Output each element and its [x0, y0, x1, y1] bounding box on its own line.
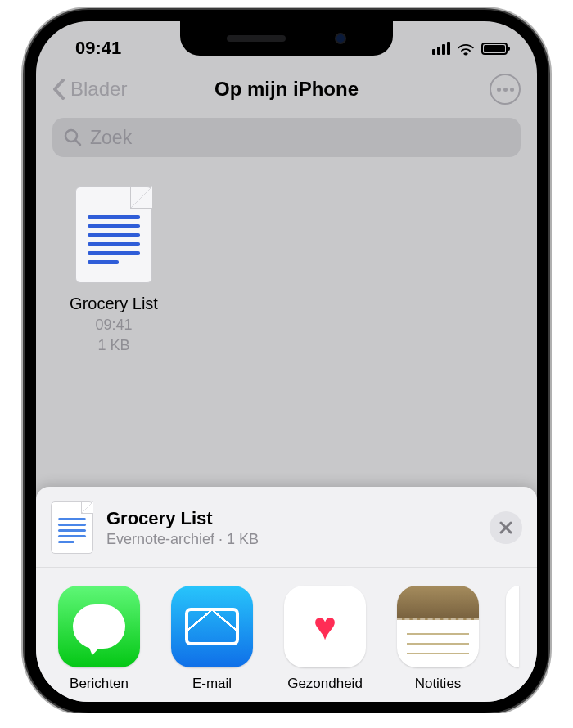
- close-icon: [499, 521, 512, 534]
- close-button[interactable]: [490, 511, 522, 544]
- share-item-title: Grocery List: [106, 508, 476, 529]
- notes-icon: [397, 586, 479, 667]
- share-item-subtitle: Evernote-archief · 1 KB: [106, 531, 476, 548]
- file-size: 1 KB: [61, 337, 167, 354]
- health-icon: ♥: [284, 586, 366, 667]
- file-item[interactable]: Grocery List 09:41 1 KB: [61, 186, 167, 354]
- search-placeholder: Zoek: [90, 127, 132, 149]
- nav-bar: Blader Op mijn iPhone: [36, 65, 537, 113]
- search-field[interactable]: Zoek: [52, 118, 521, 157]
- share-app-health[interactable]: ♥ Gezondheid: [280, 586, 370, 692]
- document-icon: [75, 186, 152, 283]
- file-time: 09:41: [61, 317, 167, 334]
- wifi-icon: [457, 41, 475, 56]
- share-thumbnail-icon: [51, 501, 93, 554]
- app-label: Notities: [393, 676, 483, 692]
- battery-icon: [481, 43, 508, 55]
- share-apps-row[interactable]: Berichten E-mail ♥ Gezondheid: [36, 568, 537, 702]
- more-options-button[interactable]: [490, 74, 521, 105]
- chevron-left-icon: [52, 79, 65, 100]
- share-app-mail[interactable]: E-mail: [167, 586, 257, 692]
- screen: 09:41 Blader Op mijn iPhone: [36, 21, 537, 702]
- notch: [180, 21, 393, 56]
- share-app-overflow[interactable]: [506, 586, 519, 667]
- front-camera: [335, 33, 346, 44]
- file-grid: Grocery List 09:41 1 KB: [36, 167, 537, 374]
- app-label: Berichten: [54, 676, 144, 692]
- share-sheet-header: Grocery List Evernote-archief · 1 KB: [36, 487, 537, 568]
- svg-line-1: [76, 141, 81, 146]
- mail-icon: [171, 586, 253, 667]
- speaker-grille: [227, 35, 286, 42]
- messages-icon: [58, 586, 140, 667]
- share-app-notes[interactable]: Notities: [393, 586, 483, 692]
- app-label: E-mail: [167, 676, 257, 692]
- cellular-signal-icon: [432, 42, 450, 55]
- app-label: Gezondheid: [280, 676, 370, 692]
- file-name: Grocery List: [61, 294, 167, 313]
- back-button[interactable]: Blader: [52, 78, 127, 101]
- share-app-messages[interactable]: Berichten: [54, 586, 144, 692]
- device-frame: 09:41 Blader Op mijn iPhone: [25, 10, 548, 713]
- back-label: Blader: [70, 78, 127, 101]
- status-time: 09:41: [75, 38, 121, 59]
- share-sheet: Grocery List Evernote-archief · 1 KB Ber…: [36, 487, 537, 702]
- search-icon: [64, 128, 82, 146]
